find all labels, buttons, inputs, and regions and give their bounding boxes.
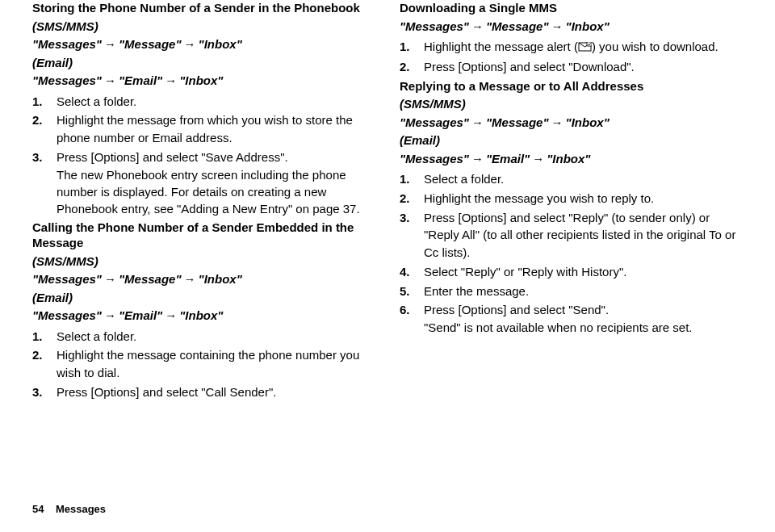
step-text-after: ) you wish to download. <box>592 40 718 53</box>
nav-seg: "Messages" <box>400 115 469 129</box>
nav-seg: "Inbox" <box>179 308 223 322</box>
left-column: Storing the Phone Number of a Sender in … <box>32 0 375 496</box>
page-number: 54 <box>32 503 44 515</box>
step-item: Select "Reply" or "Reply with History". <box>400 263 743 281</box>
arrow-icon: → <box>469 115 486 129</box>
arrow-icon: → <box>102 308 119 322</box>
arrow-icon: → <box>102 73 119 87</box>
nav-seg: "Message" <box>119 37 182 51</box>
step-note: "Send" is not available when no recipien… <box>424 319 743 336</box>
nav-path: "Messages"→"Message"→"Inbox" <box>32 36 375 54</box>
nav-path: "Messages"→"Message"→"Inbox" <box>400 18 743 36</box>
step-item: Press [Options] and select "Save Address… <box>32 149 375 217</box>
nav-seg: "Messages" <box>32 308 102 322</box>
email-label: (Email) <box>32 289 375 308</box>
email-label: (Email) <box>32 54 375 73</box>
section-title: Downloading a Single MMS <box>400 0 743 16</box>
arrow-icon: → <box>182 272 199 286</box>
section-replying-message: Replying to a Message or to All Addresse… <box>400 78 743 337</box>
section-title: Storing the Phone Number of a Sender in … <box>32 0 375 16</box>
nav-seg: "Messages" <box>400 152 469 165</box>
step-item: Select a folder. <box>400 170 743 188</box>
nav-path: "Messages"→"Email"→"Inbox" <box>32 72 375 90</box>
arrow-icon: → <box>182 37 199 51</box>
arrow-icon: → <box>162 73 179 87</box>
step-item: Enter the message. <box>400 283 743 300</box>
nav-path: "Messages"→"Email"→"Inbox" <box>400 150 743 169</box>
arrow-icon: → <box>102 272 119 286</box>
step-list: Select a folder. Highlight the message c… <box>32 328 375 401</box>
nav-seg: "Inbox" <box>566 115 610 129</box>
step-item: Press [Options] and select "Send". "Send… <box>400 301 743 336</box>
step-item: Highlight the message from which you wis… <box>32 111 375 147</box>
nav-path: "Messages"→"Message"→"Inbox" <box>32 270 375 289</box>
nav-seg: "Email" <box>119 73 162 87</box>
footer-label: Messages <box>56 503 106 515</box>
page-footer: 54 Messages <box>32 503 743 515</box>
message-alert-icon <box>578 39 592 57</box>
nav-seg: "Email" <box>486 152 530 165</box>
nav-seg: "Inbox" <box>179 73 223 87</box>
section-download-mms: Downloading a Single MMS "Messages"→"Mes… <box>400 0 743 76</box>
email-label: (Email) <box>400 132 743 150</box>
step-note: The new Phonebook entry screen including… <box>57 166 375 217</box>
step-item: Press [Options] and select "Reply" (to s… <box>400 209 743 262</box>
arrow-icon: → <box>162 308 179 322</box>
section-title: Calling the Phone Number of a Sender Emb… <box>32 220 375 251</box>
step-item: Press [Options] and select "Call Sender"… <box>32 383 375 401</box>
smsmms-label: (SMS/MMS) <box>32 18 375 36</box>
nav-seg: "Messages" <box>32 37 102 51</box>
arrow-icon: → <box>469 19 486 33</box>
step-item: Press [Options] and select "Download". <box>400 58 743 76</box>
section-calling-phone-number: Calling the Phone Number of a Sender Emb… <box>32 220 375 401</box>
nav-path: "Messages"→"Email"→"Inbox" <box>32 307 375 325</box>
nav-seg: "Inbox" <box>547 152 590 165</box>
right-column: Downloading a Single MMS "Messages"→"Mes… <box>400 0 743 496</box>
step-item: Highlight the message you wish to reply … <box>400 190 743 207</box>
step-list: Select a folder. Highlight the message y… <box>400 170 743 336</box>
arrow-icon: → <box>469 152 486 165</box>
step-text: Press [Options] and select "Send". <box>424 303 609 316</box>
nav-seg: "Messages" <box>32 73 102 87</box>
section-title: Replying to a Message or to All Addresse… <box>400 78 743 94</box>
step-item: Select a folder. <box>32 93 375 111</box>
nav-seg: "Message" <box>119 272 182 286</box>
step-item: Highlight the message containing the pho… <box>32 346 375 382</box>
nav-seg: "Messages" <box>32 272 102 286</box>
step-list: Select a folder. Highlight the message f… <box>32 93 375 217</box>
nav-seg: "Inbox" <box>199 37 242 51</box>
smsmms-label: (SMS/MMS) <box>32 253 375 271</box>
nav-seg: "Inbox" <box>199 272 242 286</box>
step-item: Select a folder. <box>32 328 375 346</box>
nav-seg: "Message" <box>486 19 549 33</box>
step-item: Highlight the message alert () you wish … <box>400 38 743 57</box>
nav-seg: "Inbox" <box>566 19 610 33</box>
arrow-icon: → <box>102 37 119 51</box>
arrow-icon: → <box>549 19 566 33</box>
nav-path: "Messages"→"Message"→"Inbox" <box>400 114 743 132</box>
smsmms-label: (SMS/MMS) <box>400 95 743 114</box>
step-list: Highlight the message alert () you wish … <box>400 38 743 76</box>
step-text-before: Highlight the message alert ( <box>424 40 578 53</box>
section-storing-phone-number: Storing the Phone Number of a Sender in … <box>32 0 375 217</box>
arrow-icon: → <box>549 115 566 129</box>
nav-seg: "Email" <box>119 308 162 322</box>
nav-seg: "Messages" <box>400 19 469 33</box>
nav-seg: "Message" <box>486 115 549 129</box>
arrow-icon: → <box>530 152 547 165</box>
step-text: Press [Options] and select "Save Address… <box>57 150 288 164</box>
